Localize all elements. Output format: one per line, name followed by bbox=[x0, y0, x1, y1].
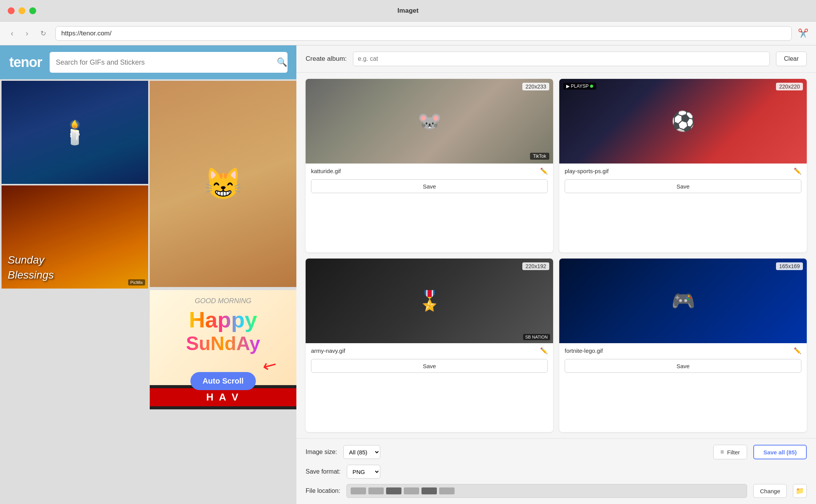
image-thumb-katturide[interactable]: 🐭 220x233 TikTok bbox=[306, 79, 553, 164]
playsports-filename: play-sports-ps.gif bbox=[565, 168, 791, 174]
refresh-button[interactable]: ↻ bbox=[37, 28, 49, 39]
save-all-button[interactable]: Save all (85) bbox=[753, 445, 807, 459]
image-card-armynavy: 🎖️ 220x192 SB NATION army-navy.gif ✏️ Sa… bbox=[306, 259, 553, 432]
image-thumb-playsports[interactable]: ⚽ ▶ PLAYSP 220x220 bbox=[559, 79, 807, 164]
format-row: Save format: PNG JPEG WEBP GIF bbox=[306, 465, 807, 479]
gif-item-cat[interactable]: 😸 bbox=[150, 81, 296, 287]
armynavy-info: army-navy.gif ✏️ bbox=[306, 343, 553, 356]
sbnation-badge: SB NATION bbox=[523, 334, 550, 340]
filter-label: Filter bbox=[727, 449, 740, 456]
playsports-info: play-sports-ps.gif ✏️ bbox=[559, 164, 807, 176]
playsports-thumb: ⚽ bbox=[559, 79, 807, 164]
loc-seg-6 bbox=[439, 487, 455, 494]
katturide-filename: katturide.gif bbox=[311, 168, 537, 174]
christmas-emoji: 🕯️ bbox=[60, 119, 89, 146]
url-bar[interactable] bbox=[55, 26, 792, 41]
loc-seg-3 bbox=[386, 487, 401, 494]
autumn-text: SundayBlessings bbox=[8, 252, 54, 282]
katturide-thumb: 🐭 bbox=[306, 79, 553, 164]
goodmorning-line1: GOOD MORNING bbox=[195, 297, 251, 305]
main-layout: tenor 🔍 🕯️ 😸 SundayBlessings PicMix bbox=[0, 45, 816, 504]
image-grid: 🐭 220x233 TikTok katturide.gif ✏️ Save ⚽… bbox=[296, 73, 816, 438]
image-card-katturide: 🐭 220x233 TikTok katturide.gif ✏️ Save bbox=[306, 79, 553, 252]
browser-chrome: ‹ › ↻ ✂️ bbox=[0, 22, 816, 45]
picmix-badge: PicMix bbox=[128, 279, 145, 285]
katturide-dims: 220x233 bbox=[522, 83, 549, 90]
image-size-select[interactable]: All (85) Small Medium Large bbox=[343, 445, 380, 459]
clear-button[interactable]: Clear bbox=[776, 52, 807, 66]
playsports-edit-icon[interactable]: ✏️ bbox=[794, 167, 801, 175]
playspo-text: ▶ PLAYSP bbox=[566, 83, 589, 89]
change-button[interactable]: Change bbox=[753, 484, 787, 498]
happy-text: Happy bbox=[189, 307, 257, 332]
fortnitelego-filename: fortnite-lego.gif bbox=[565, 347, 791, 354]
cat-emoji: 😸 bbox=[204, 166, 242, 202]
katturide-edit-icon[interactable]: ✏️ bbox=[540, 167, 548, 175]
katturide-save-button[interactable]: Save bbox=[311, 179, 548, 193]
gif-grid: 🕯️ 😸 SundayBlessings PicMix GOOD MORNING… bbox=[0, 79, 296, 504]
title-bar: Imaget bbox=[0, 0, 816, 22]
bookmark-icon[interactable]: ✂️ bbox=[798, 28, 808, 38]
folder-icon: 📁 bbox=[796, 487, 804, 495]
image-size-label: Image size: bbox=[306, 449, 337, 456]
folder-button[interactable]: 📁 bbox=[793, 484, 807, 498]
loc-seg-1 bbox=[351, 487, 366, 494]
album-input[interactable] bbox=[353, 52, 770, 66]
green-dot bbox=[590, 85, 593, 88]
browser-content: tenor 🔍 🕯️ 😸 SundayBlessings PicMix bbox=[0, 45, 296, 504]
save-format-label: Save format: bbox=[306, 468, 341, 475]
image-card-playsports: ⚽ ▶ PLAYSP 220x220 play-sports-ps.gif ✏️… bbox=[559, 79, 807, 252]
fortnitelego-thumb: 🎮 bbox=[559, 259, 807, 343]
armynavy-thumb: 🎖️ bbox=[306, 259, 553, 343]
fortnitelego-dims: 165x169 bbox=[776, 262, 803, 270]
gif-item-christmas[interactable]: 🕯️ bbox=[2, 81, 148, 184]
maximize-button[interactable] bbox=[29, 7, 36, 14]
back-button[interactable]: ‹ bbox=[8, 27, 17, 39]
armynavy-dims: 220x192 bbox=[522, 262, 549, 270]
imaget-panel: Create album: Clear 🐭 220x233 TikTok kat… bbox=[296, 45, 816, 504]
filter-icon: ≡ bbox=[721, 449, 724, 456]
scroll-arrow-indicator: ↙ bbox=[259, 353, 281, 377]
fortnitelego-info: fortnite-lego.gif ✏️ bbox=[559, 343, 807, 356]
tenor-search-button[interactable]: 🔍 bbox=[277, 57, 287, 67]
loc-seg-4 bbox=[404, 487, 419, 494]
image-thumb-armynavy[interactable]: 🎖️ 220x192 SB NATION bbox=[306, 259, 553, 343]
gif-item-goodmorning[interactable]: GOOD MORNING Happy SuNdAy ↙ H A V Auto S… bbox=[150, 290, 296, 409]
image-thumb-fortnitelego[interactable]: 🎮 165x169 bbox=[559, 259, 807, 343]
minimize-button[interactable] bbox=[18, 7, 25, 14]
location-row: File location: Change 📁 bbox=[306, 484, 807, 498]
tenor-header: tenor 🔍 bbox=[0, 45, 296, 79]
playsports-dims: 220x220 bbox=[776, 83, 803, 90]
bottom-controls: Image size: All (85) Small Medium Large … bbox=[296, 438, 816, 504]
image-card-fortnitelego: 🎮 165x169 fortnite-lego.gif ✏️ Save bbox=[559, 259, 807, 432]
window-controls bbox=[8, 7, 36, 14]
playspo-badge: ▶ PLAYSP bbox=[563, 83, 596, 90]
loc-seg-2 bbox=[368, 487, 384, 494]
forward-button[interactable]: › bbox=[23, 27, 32, 39]
tenor-search-input[interactable] bbox=[50, 52, 288, 73]
close-button[interactable] bbox=[8, 7, 15, 14]
gif-item-autumn[interactable]: SundayBlessings PicMix bbox=[2, 185, 148, 289]
album-label: Create album: bbox=[306, 55, 347, 63]
app-title: Imaget bbox=[398, 7, 419, 15]
sunday-text: SuNdAy bbox=[186, 332, 260, 355]
armynavy-filename: army-navy.gif bbox=[311, 347, 537, 354]
album-bar: Create album: Clear bbox=[296, 45, 816, 73]
filter-button[interactable]: ≡ Filter bbox=[713, 445, 747, 459]
format-select[interactable]: PNG JPEG WEBP GIF bbox=[347, 465, 380, 479]
fortnitelego-edit-icon[interactable]: ✏️ bbox=[794, 347, 801, 354]
location-bar bbox=[346, 484, 747, 498]
auto-scroll-button[interactable]: Auto Scroll bbox=[190, 372, 256, 390]
katturide-info: katturide.gif ✏️ bbox=[306, 164, 553, 176]
armynavy-edit-icon[interactable]: ✏️ bbox=[540, 347, 548, 354]
fortnitelego-save-button[interactable]: Save bbox=[565, 359, 801, 373]
gif-grid-container: 🕯️ 😸 SundayBlessings PicMix GOOD MORNING… bbox=[0, 79, 296, 504]
armynavy-save-button[interactable]: Save bbox=[311, 359, 548, 373]
playsports-save-button[interactable]: Save bbox=[565, 179, 801, 193]
image-size-row: Image size: All (85) Small Medium Large … bbox=[306, 445, 807, 459]
tenor-logo: tenor bbox=[9, 54, 42, 70]
loc-seg-5 bbox=[421, 487, 437, 494]
file-location-label: File location: bbox=[306, 487, 340, 494]
tiktok-badge: TikTok bbox=[530, 153, 549, 160]
